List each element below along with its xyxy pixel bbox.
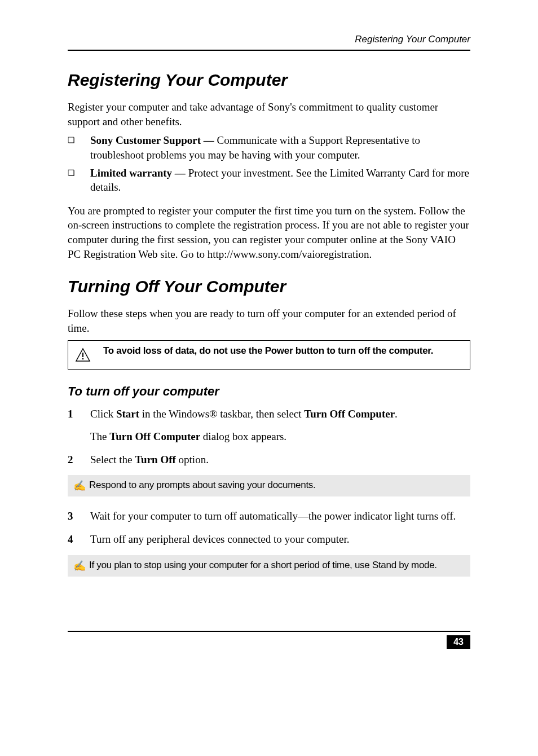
steps-list-cont2: 3 Wait for your computer to turn off aut…: [68, 509, 470, 547]
bullet-bold-label: Sony Customer Support —: [90, 134, 217, 146]
step-number: 2: [68, 452, 90, 468]
step-content: Click Start in the Windows® taskbar, the…: [90, 407, 470, 422]
sub-text: The: [90, 430, 109, 442]
warning-callout: To avoid loss of data, do not use the Po…: [68, 340, 470, 370]
sub-text: dialog box appears.: [200, 430, 286, 442]
intro-paragraph-2: Follow these steps when you are ready to…: [68, 306, 470, 335]
note-text: If you plan to stop using your computer …: [89, 560, 465, 571]
warning-triangle-icon: [75, 345, 103, 364]
steps-list: 1 Click Start in the Windows® taskbar, t…: [68, 407, 470, 422]
section-heading-turning-off: Turning Off Your Computer: [68, 277, 470, 296]
step-text: option.: [176, 454, 209, 465]
step-number: 3: [68, 509, 90, 524]
warning-text: To avoid loss of data, do not use the Po…: [103, 345, 463, 357]
page-number-badge: 43: [447, 635, 470, 649]
step-text: Select the: [90, 454, 135, 465]
steps-list-cont: 2 Select the Turn Off option.: [68, 452, 470, 468]
step-sub-paragraph: The Turn Off Computer dialog box appears…: [90, 429, 470, 445]
step-content: Wait for your computer to turn off autom…: [90, 509, 470, 524]
list-item: ❏ Sony Customer Support — Communicate wi…: [68, 133, 470, 162]
header-running-title: Registering Your Computer: [68, 34, 470, 51]
step-text: .: [395, 408, 398, 420]
intro-paragraph-1: Register your computer and take advantag…: [68, 100, 470, 129]
list-item: ❏ Limited warranty — Protect your invest…: [68, 166, 470, 195]
svg-point-1: [82, 358, 84, 359]
step-bold: Start: [116, 408, 139, 420]
subsection-heading: To turn off your computer: [68, 384, 470, 399]
bullet-icon: ❏: [68, 133, 90, 146]
step-bold: Turn Off Computer: [304, 408, 395, 420]
page-footer: 43: [68, 631, 470, 649]
step-text: Click: [90, 408, 116, 420]
step-item: 3 Wait for your computer to turn off aut…: [68, 509, 470, 524]
section-heading-registering: Registering Your Computer: [68, 71, 470, 90]
note-callout-2: ✍ If you plan to stop using your compute…: [68, 555, 470, 577]
note-text: Respond to any prompts about saving your…: [89, 480, 465, 491]
pencil-icon: ✍: [73, 560, 89, 572]
pencil-icon: ✍: [73, 480, 89, 492]
step-number: 4: [68, 532, 90, 547]
bullet-bold-label: Limited warranty —: [90, 167, 188, 179]
step-item: 1 Click Start in the Windows® taskbar, t…: [68, 407, 470, 422]
step-text: in the Windows® taskbar, then select: [139, 408, 304, 420]
benefits-list: ❏ Sony Customer Support — Communicate wi…: [68, 133, 470, 195]
step-content: Select the Turn Off option.: [90, 452, 470, 468]
step-item: 4 Turn off any peripheral devices connec…: [68, 532, 470, 547]
step-number: 1: [68, 407, 90, 422]
step-bold: Turn Off: [135, 454, 176, 465]
bullet-icon: ❏: [68, 166, 90, 179]
step-item: 2 Select the Turn Off option.: [68, 452, 470, 468]
bullet-content: Sony Customer Support — Communicate with…: [90, 133, 470, 162]
registration-paragraph: You are prompted to register your comput…: [68, 204, 470, 262]
step-content: Turn off any peripheral devices connecte…: [90, 532, 470, 547]
sub-bold: Turn Off Computer: [109, 430, 200, 442]
note-callout-1: ✍ Respond to any prompts about saving yo…: [68, 475, 470, 496]
bullet-content: Limited warranty — Protect your investme…: [90, 166, 470, 195]
